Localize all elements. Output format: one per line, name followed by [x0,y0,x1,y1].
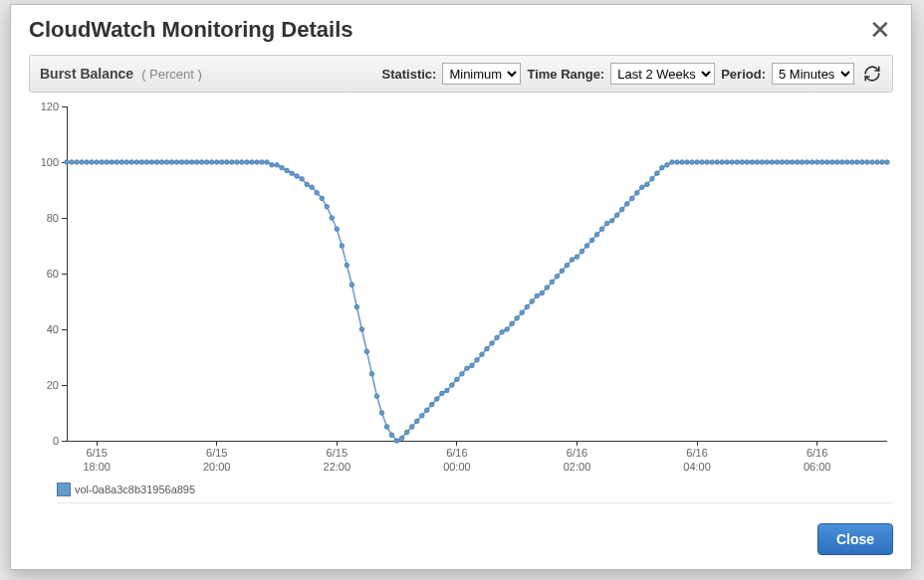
svg-point-102 [389,433,394,438]
svg-point-50 [129,160,134,165]
svg-text:6/15: 6/15 [327,447,347,459]
svg-point-148 [619,207,624,212]
svg-point-200 [880,160,885,165]
svg-point-56 [159,160,164,165]
svg-point-145 [604,221,609,226]
metric-name: Burst Balance [40,66,133,82]
svg-point-195 [855,160,860,165]
svg-point-37 [65,160,70,165]
svg-point-139 [575,255,579,260]
svg-point-162 [690,160,695,165]
svg-point-44 [100,160,105,165]
svg-point-77 [265,160,270,165]
svg-point-126 [510,321,515,326]
svg-point-40 [80,160,85,165]
svg-point-106 [409,425,414,430]
svg-point-121 [485,346,490,351]
svg-point-91 [335,227,340,232]
chart-legend: vol-0a8a3c8b31956a895 [57,479,893,503]
svg-point-129 [525,304,530,309]
svg-point-135 [555,275,560,280]
svg-point-128 [520,310,525,315]
svg-point-100 [379,411,384,416]
svg-point-80 [280,165,285,170]
svg-point-61 [184,160,189,165]
svg-point-51 [134,160,139,165]
svg-point-187 [814,160,819,165]
svg-text:6/15: 6/15 [206,447,227,459]
svg-point-54 [149,160,154,165]
svg-point-97 [364,349,369,354]
svg-point-87 [315,191,320,196]
svg-point-84 [300,177,305,182]
svg-point-157 [665,163,670,168]
period-label: Period: [721,67,766,82]
svg-point-197 [865,160,870,165]
svg-point-89 [325,205,330,210]
svg-point-122 [490,341,495,346]
close-icon[interactable]: ✕ [867,19,893,41]
svg-point-131 [535,293,540,298]
svg-point-163 [695,160,700,165]
monitoring-dialog: CloudWatch Monitoring Details ✕ Burst Ba… [10,4,912,570]
controls-bar: Burst Balance ( Percent ) Statistic: Min… [29,55,893,93]
svg-point-108 [419,414,424,419]
svg-text:6/16: 6/16 [807,447,827,459]
svg-point-119 [475,358,480,363]
close-button[interactable]: Close [817,523,893,555]
statistic-select[interactable]: Minimum [442,63,521,85]
svg-point-159 [675,160,680,165]
svg-point-116 [460,372,465,377]
svg-point-58 [169,160,174,165]
svg-point-170 [730,160,735,165]
svg-point-124 [500,330,505,335]
svg-point-71 [235,160,240,165]
svg-point-141 [584,244,589,249]
svg-point-175 [755,160,760,165]
burst-balance-chart: 0204060801001206/1518:006/1520:006/1522:… [29,98,893,479]
svg-point-64 [199,160,204,165]
svg-point-46 [110,160,115,165]
svg-point-39 [75,160,80,165]
svg-point-49 [124,160,129,165]
svg-point-41 [85,160,90,165]
svg-point-178 [770,160,775,165]
time-range-select[interactable]: Last 2 Weeks [610,63,715,85]
svg-point-164 [700,160,705,165]
svg-point-72 [240,160,245,165]
refresh-icon[interactable] [862,64,882,84]
svg-point-160 [680,160,685,165]
svg-point-86 [310,185,315,190]
svg-point-42 [90,160,95,165]
svg-point-130 [530,299,535,304]
svg-point-74 [250,160,255,165]
svg-point-53 [144,160,149,165]
svg-point-182 [790,160,795,165]
svg-text:20:00: 20:00 [203,461,231,473]
svg-point-111 [435,397,440,402]
svg-point-191 [834,160,839,165]
svg-point-110 [429,402,434,407]
svg-point-76 [260,160,265,165]
svg-point-198 [870,160,875,165]
svg-point-151 [634,191,639,196]
svg-point-136 [560,269,565,274]
svg-point-184 [800,160,805,165]
svg-point-142 [589,238,594,243]
svg-point-66 [209,160,214,165]
svg-point-120 [480,352,485,357]
svg-point-194 [850,160,855,165]
svg-text:80: 80 [47,212,59,224]
svg-point-79 [275,163,280,168]
period-select[interactable]: 5 Minutes [772,63,854,85]
svg-point-94 [349,283,354,288]
svg-point-180 [780,160,785,165]
svg-text:40: 40 [47,323,59,335]
svg-point-155 [655,171,660,176]
svg-point-114 [450,383,455,388]
svg-point-189 [824,160,829,165]
svg-point-92 [340,244,345,249]
svg-point-179 [775,160,780,165]
statistic-label: Statistic: [382,67,437,82]
svg-point-104 [399,436,404,441]
